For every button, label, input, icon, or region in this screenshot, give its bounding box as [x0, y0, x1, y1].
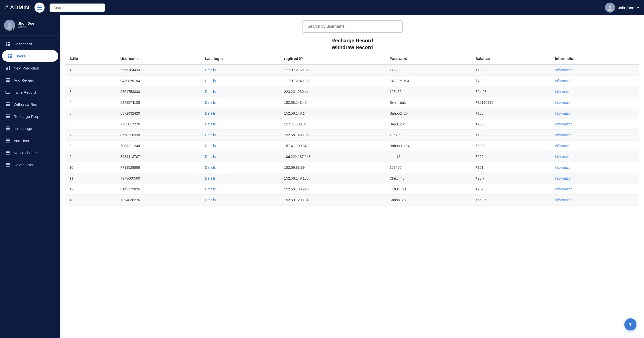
cell-balance: ₹8.28: [471, 141, 551, 151]
search-username-input[interactable]: [302, 20, 403, 33]
details-link[interactable]: Details: [205, 176, 216, 180]
cell-username: 7008211249: [116, 141, 201, 151]
cell-info[interactable]: Information: [551, 64, 639, 76]
info-link[interactable]: Information: [555, 176, 573, 180]
info-link[interactable]: Information: [555, 100, 573, 105]
sidebar-item-label-users: users: [16, 54, 26, 58]
sidebar-item-upi-change[interactable]: upi change: [0, 123, 58, 134]
sidebar-item-notice-change[interactable]: Notice change: [0, 147, 58, 158]
info-link[interactable]: Information: [555, 155, 573, 159]
cell-last-login[interactable]: Details: [201, 195, 280, 206]
svg-rect-35: [6, 142, 10, 142]
col-username: Username: [116, 53, 201, 64]
cell-last-login[interactable]: Details: [201, 141, 280, 151]
cell-info[interactable]: Information: [551, 76, 639, 86]
info-link[interactable]: Information: [555, 144, 573, 148]
cell-info[interactable]: Information: [551, 108, 639, 119]
details-link[interactable]: Details: [205, 198, 216, 202]
sidebar-user-name: Jhon Doe: [18, 21, 34, 25]
sidebar-item-delete-user[interactable]: Delete User: [0, 159, 58, 171]
details-link[interactable]: Details: [205, 122, 216, 126]
cell-last-login[interactable]: Details: [201, 162, 280, 173]
svg-rect-37: [6, 152, 10, 153]
sidebar-item-dashboard[interactable]: Dashboard: [0, 38, 58, 50]
svg-rect-9: [10, 54, 12, 56]
users-table-wrapper: S.NoUsernameLast loginregitred IPPasswor…: [60, 53, 644, 338]
cell-info[interactable]: Information: [551, 184, 639, 195]
cell-info[interactable]: Information: [551, 151, 639, 162]
cell-last-login[interactable]: Details: [201, 76, 280, 86]
details-link[interactable]: Details: [205, 111, 216, 115]
cell-info[interactable]: Information: [551, 141, 639, 151]
info-link[interactable]: Information: [555, 90, 573, 94]
cell-password: Chikun45: [386, 173, 471, 184]
details-link[interactable]: Details: [205, 165, 216, 170]
sidebar-item-label-dashboard: Dashboard: [14, 42, 32, 46]
svg-rect-32: [6, 129, 10, 130]
svg-rect-30: [6, 127, 10, 127]
details-link[interactable]: Details: [205, 155, 216, 159]
cell-info[interactable]: Information: [551, 119, 639, 130]
cell-info[interactable]: Information: [551, 162, 639, 173]
cell-info[interactable]: Information: [551, 97, 639, 108]
svg-rect-24: [6, 103, 10, 103]
cell-last-login[interactable]: Details: [201, 97, 280, 108]
svg-rect-22: [9, 92, 9, 92]
layout: Jhon Doe Admin Dashboard users Next Pred…: [0, 15, 644, 338]
cell-last-login[interactable]: Details: [201, 184, 280, 195]
table7-icon: [5, 162, 11, 167]
sidebar-item-withdraw-req[interactable]: Withdraw Req: [0, 98, 58, 110]
info-link[interactable]: Information: [555, 122, 573, 126]
cell-last-login[interactable]: Details: [201, 173, 280, 184]
info-link[interactable]: Information: [555, 165, 573, 170]
table-icon: [5, 77, 11, 83]
sidebar-item-invite-record[interactable]: Invite Record: [0, 86, 58, 98]
cell-last-login[interactable]: Details: [201, 119, 280, 130]
details-link[interactable]: Details: [205, 90, 216, 94]
cell-sno: 5: [65, 108, 116, 119]
details-link[interactable]: Details: [205, 68, 216, 72]
details-link[interactable]: Details: [205, 144, 216, 148]
cell-ip: 152.58.148.106: [280, 130, 386, 141]
info-link[interactable]: Information: [555, 111, 573, 115]
info-link[interactable]: Information: [555, 68, 573, 72]
details-link[interactable]: Details: [205, 100, 216, 105]
sidebar-item-users[interactable]: users: [2, 50, 58, 62]
sidebar-item-recharge-req[interactable]: Recharge Req: [0, 111, 58, 122]
details-link[interactable]: Details: [205, 133, 216, 137]
navbar-dropdown-arrow[interactable]: ▾: [637, 6, 639, 10]
svg-rect-14: [9, 66, 10, 70]
sidebar-item-add-reward[interactable]: Add Reward: [0, 74, 58, 86]
navbar-username[interactable]: John Doe: [618, 6, 634, 10]
details-link[interactable]: Details: [205, 187, 216, 191]
cell-last-login[interactable]: Details: [201, 130, 280, 141]
cell-username: 8658126330: [116, 130, 201, 141]
svg-rect-29: [6, 117, 10, 118]
cell-username: 7978600560: [116, 173, 201, 184]
info-link[interactable]: Information: [555, 79, 573, 83]
info-link[interactable]: Information: [555, 187, 573, 191]
details-link[interactable]: Details: [205, 79, 216, 83]
cell-last-login[interactable]: Details: [201, 108, 280, 119]
cell-info[interactable]: Information: [551, 173, 639, 184]
svg-rect-15: [6, 78, 10, 79]
navbar-search-input[interactable]: [50, 4, 105, 12]
scroll-top-button[interactable]: [624, 318, 636, 330]
cell-last-login[interactable]: Details: [201, 86, 280, 97]
cell-last-login[interactable]: Details: [201, 151, 280, 162]
table-row: 6 7735017776 Details 157.41.199.34 Babu1…: [65, 119, 639, 130]
svg-rect-28: [6, 116, 10, 117]
info-link[interactable]: Information: [555, 198, 573, 202]
cell-info[interactable]: Information: [551, 130, 639, 141]
table-row: 7 8658126330 Details 152.58.148.106 1957…: [65, 130, 639, 141]
cell-ip: 152.59.83.89: [280, 162, 386, 173]
menu-button[interactable]: [34, 3, 45, 13]
info-link[interactable]: Information: [555, 133, 573, 137]
cell-info[interactable]: Information: [551, 86, 639, 97]
cell-info[interactable]: Information: [551, 195, 639, 206]
sidebar-item-next-prediction[interactable]: Next Prediction: [0, 62, 58, 74]
cell-last-login[interactable]: Details: [201, 64, 280, 76]
sidebar-item-add-user[interactable]: Add User: [0, 135, 58, 146]
svg-rect-19: [6, 92, 7, 92]
keyboard-icon: [5, 89, 11, 95]
